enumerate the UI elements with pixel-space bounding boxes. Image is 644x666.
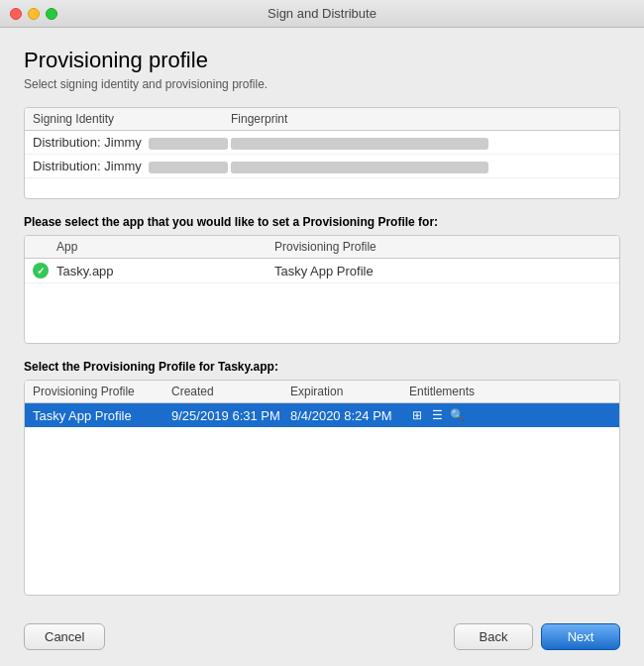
- pp-created-cell: 9/25/2019 6:31 PM: [171, 408, 290, 423]
- minimize-button[interactable]: [28, 8, 40, 20]
- traffic-lights: [10, 8, 57, 20]
- signing-identity-cell: Distribution: Jimmy: [33, 135, 231, 150]
- app-table: App Provisioning Profile Tasky.app Tasky…: [24, 235, 620, 344]
- signing-identity-header: Signing Identity Fingerprint: [25, 108, 619, 131]
- provisioning-table: Provisioning Profile Created Expiration …: [24, 380, 620, 596]
- table-row[interactable]: Distribution: Jimmy: [25, 131, 619, 155]
- close-button[interactable]: [10, 8, 22, 20]
- footer: Cancel Back Next: [24, 611, 620, 650]
- footer-right: Back Next: [454, 623, 620, 650]
- header-signing-identity: Signing Identity: [33, 112, 231, 126]
- app-name-cell: Tasky.app: [56, 264, 274, 278]
- fingerprint-cell-2: [231, 159, 611, 173]
- header-provisioning-profile: Provisioning Profile: [274, 240, 611, 254]
- blurred-value: [149, 138, 228, 150]
- table-row[interactable]: Distribution: Jimmy: [25, 155, 619, 178]
- signing-identity-cell-2: Distribution: Jimmy: [33, 159, 231, 173]
- window-title: Sign and Distribute: [268, 6, 376, 21]
- check-icon: [33, 263, 49, 278]
- provisioning-section: Select the Provisioning Profile for Task…: [24, 360, 620, 596]
- cancel-button[interactable]: Cancel: [24, 623, 105, 650]
- provisioning-section-label: Select the Provisioning Profile for Task…: [24, 360, 620, 374]
- list-icon: ☰: [429, 407, 445, 423]
- fingerprint-blurred-2: [231, 162, 488, 173]
- footer-left: Cancel: [24, 623, 105, 650]
- device-icon: ⊞: [409, 407, 425, 423]
- pp-entitlements-cell: ⊞ ☰ 🔍: [409, 407, 611, 423]
- page-title: Provisioning profile: [24, 48, 620, 73]
- entitlement-icons: ⊞ ☰ 🔍: [409, 407, 611, 423]
- header-pp-created: Created: [171, 385, 290, 398]
- title-bar: Sign and Distribute: [0, 0, 644, 28]
- blurred-value-2: [149, 162, 228, 173]
- page-subtitle: Select signing identity and provisioning…: [24, 77, 620, 91]
- header-app: App: [56, 240, 274, 254]
- fingerprint-blurred: [231, 138, 488, 150]
- header-pp-entitlements: Entitlements: [409, 385, 611, 398]
- header-pp-profile: Provisioning Profile: [33, 385, 171, 398]
- header-fingerprint: Fingerprint: [231, 112, 611, 126]
- pp-expiration-cell: 8/4/2020 8:24 PM: [290, 408, 409, 423]
- search-icon: 🔍: [449, 407, 465, 423]
- fingerprint-cell: [231, 135, 611, 150]
- app-section-label: Please select the app that you would lik…: [24, 215, 620, 229]
- check-column: [33, 263, 56, 278]
- app-profile-cell: Tasky App Profile: [274, 264, 611, 278]
- pp-profile-cell: Tasky App Profile: [33, 408, 171, 423]
- table-row[interactable]: Tasky.app Tasky App Profile: [25, 259, 619, 283]
- maximize-button[interactable]: [46, 8, 57, 20]
- provisioning-header: Provisioning Profile Created Expiration …: [25, 381, 619, 403]
- header-pp-expiration: Expiration: [290, 385, 409, 398]
- signing-identity-section: Signing Identity Fingerprint Distributio…: [24, 107, 620, 199]
- app-section: Please select the app that you would lik…: [24, 215, 620, 344]
- back-button[interactable]: Back: [454, 623, 533, 650]
- table-row[interactable]: Tasky App Profile 9/25/2019 6:31 PM 8/4/…: [25, 403, 619, 427]
- app-table-header: App Provisioning Profile: [25, 236, 619, 259]
- next-button[interactable]: Next: [541, 623, 620, 650]
- signing-identity-table: Signing Identity Fingerprint Distributio…: [24, 107, 620, 199]
- header-check: [33, 240, 56, 254]
